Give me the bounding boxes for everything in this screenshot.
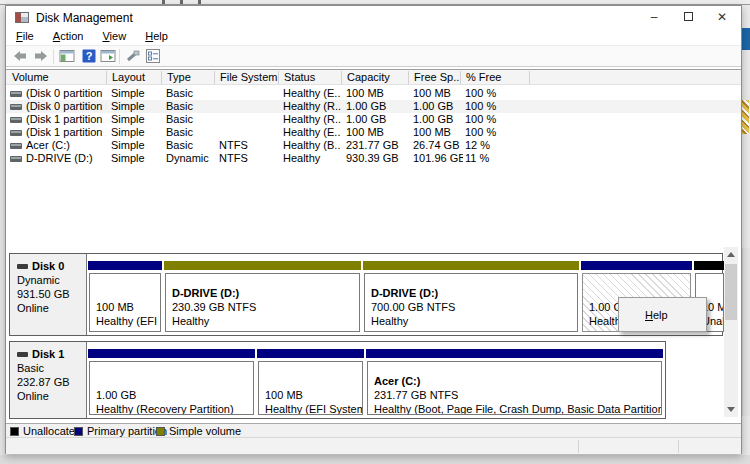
properties-icon[interactable] [143, 49, 163, 65]
volume-icon [10, 104, 22, 110]
legend-primary-partition: Primary partition [74, 425, 167, 437]
popup-menu-icon[interactable] [123, 49, 143, 65]
toolbar: ? [6, 45, 741, 67]
menu-view[interactable]: View [94, 29, 134, 43]
volume-icon [10, 91, 22, 97]
disk-status: Online [17, 301, 86, 315]
volume-icon [10, 156, 22, 162]
table-row[interactable]: (Disk 0 partition 5) Simple Basic Health… [6, 100, 741, 113]
disk-type: Dynamic [17, 273, 86, 287]
volume-icon [10, 117, 22, 123]
table-row[interactable]: (Disk 0 partition 1) Simple Basic Health… [6, 87, 741, 100]
title-bar[interactable]: Disk Management – ✕ [6, 6, 741, 29]
background-text-fragment [180, 0, 183, 4]
column-header-status[interactable]: Status [278, 71, 341, 85]
status-bar [6, 437, 741, 454]
menu-bar: File Action View Help [6, 29, 741, 45]
disk-1-header[interactable]: Disk 1 Basic 232.87 GB Online [10, 342, 87, 418]
toolbar-separator [53, 49, 54, 64]
disk-0-header[interactable]: Disk 0 Dynamic 931.50 GB Online [10, 254, 87, 335]
disk-management-window: Disk Management – ✕ File Action View Hel… [5, 5, 742, 454]
window-title: Disk Management [36, 11, 133, 25]
vertical-scrollbar[interactable] [724, 247, 738, 417]
simple-volume-swatch [156, 427, 165, 436]
volume-icon [10, 130, 22, 136]
disk-type: Basic [17, 361, 86, 375]
console-tree-icon[interactable] [57, 49, 77, 65]
disk-1-row: Disk 1 Basic 232.87 GB Online 1.00 GB He… [9, 341, 666, 419]
unallocated-swatch [10, 427, 19, 436]
legend-bar: Unallocated Primary partition Simple vol… [6, 423, 741, 437]
primary-partition-swatch [74, 427, 83, 436]
disk-icon [17, 352, 28, 357]
action-pane-icon[interactable] [98, 49, 118, 65]
partition-d-drive-1[interactable]: D-DRIVE (D:) 230.39 GB NTFS Healthy [164, 254, 361, 335]
table-row[interactable]: (Disk 1 partition 1) Simple Basic Health… [6, 113, 741, 126]
context-menu-item-help[interactable]: Help [619, 305, 706, 325]
background-text-fragment [198, 0, 201, 4]
scroll-down-arrow[interactable] [724, 402, 738, 417]
close-button[interactable]: ✕ [705, 6, 739, 29]
context-menu: Help [618, 297, 707, 332]
table-row[interactable]: D-DRIVE (D:) Simple Dynamic NTFS Healthy… [6, 152, 741, 165]
column-header-layout[interactable]: Layout [106, 71, 161, 85]
column-header-volume[interactable]: Volume [6, 71, 106, 85]
statusbar-divider [678, 440, 679, 453]
disk-0-row: Disk 0 Dynamic 931.50 GB Online 100 MB H… [9, 253, 723, 336]
volume-table-header: Volume Layout Type File System Status Ca… [6, 69, 741, 85]
menu-action[interactable]: Action [45, 29, 92, 43]
scrollbar-thumb[interactable] [725, 264, 737, 320]
partition-efi[interactable]: 100 MB Healthy (EFI System Partition) [88, 254, 162, 335]
legend-unallocated: Unallocated [10, 425, 81, 437]
disk-size: 931.50 GB [17, 287, 86, 301]
statusbar-divider [578, 440, 579, 453]
svg-text:?: ? [86, 50, 93, 62]
table-row[interactable]: Acer (C:) Simple Basic NTFS Healthy (B..… [6, 139, 741, 152]
toolbar-separator [119, 49, 120, 64]
menu-help[interactable]: Help [137, 29, 176, 43]
help-icon[interactable]: ? [79, 49, 99, 65]
column-header-type[interactable]: Type [161, 71, 214, 85]
column-header-freespace[interactable]: Free Sp... [408, 71, 460, 85]
partition-acer-c[interactable]: Acer (C:) 231.77 GB NTFS Healthy (Boot, … [366, 342, 663, 418]
minimize-button[interactable]: – [637, 6, 671, 29]
volume-list-pane: Volume Layout Type File System Status Ca… [6, 67, 741, 249]
partition-recovery[interactable]: 1.00 GB Healthy (Recovery Partition) [88, 342, 255, 418]
background-window-right-edge [742, 248, 750, 416]
forward-icon[interactable] [31, 49, 51, 65]
scroll-up-arrow[interactable] [724, 247, 738, 262]
column-header-filesystem[interactable]: File System [214, 71, 278, 85]
column-header-pctfree[interactable]: % Free [460, 71, 529, 85]
background-window-right-edge [742, 28, 750, 50]
table-row[interactable]: (Disk 1 partition 2) Simple Basic Health… [6, 126, 741, 139]
partition-efi[interactable]: 100 MB Healthy (EFI System Partition) [257, 342, 364, 418]
background-text-fragment [162, 0, 165, 4]
legend-simple-volume: Simple volume [156, 425, 241, 437]
column-header-capacity[interactable]: Capacity [341, 71, 408, 85]
disk-icon [17, 264, 28, 269]
disk-status: Online [17, 389, 86, 403]
volume-icon [10, 143, 22, 149]
maximize-button[interactable] [671, 6, 705, 29]
background-window-bottom-edge [0, 455, 750, 464]
menu-file[interactable]: File [8, 29, 42, 43]
graphical-view-pane: Disk 0 Dynamic 931.50 GB Online 100 MB H… [6, 249, 741, 423]
back-icon[interactable] [10, 49, 30, 65]
partition-d-drive-2[interactable]: D-DRIVE (D:) 700.00 GB NTFS Healthy [363, 254, 579, 335]
disk-management-icon [15, 12, 29, 23]
disk-size: 232.87 GB [17, 375, 86, 389]
